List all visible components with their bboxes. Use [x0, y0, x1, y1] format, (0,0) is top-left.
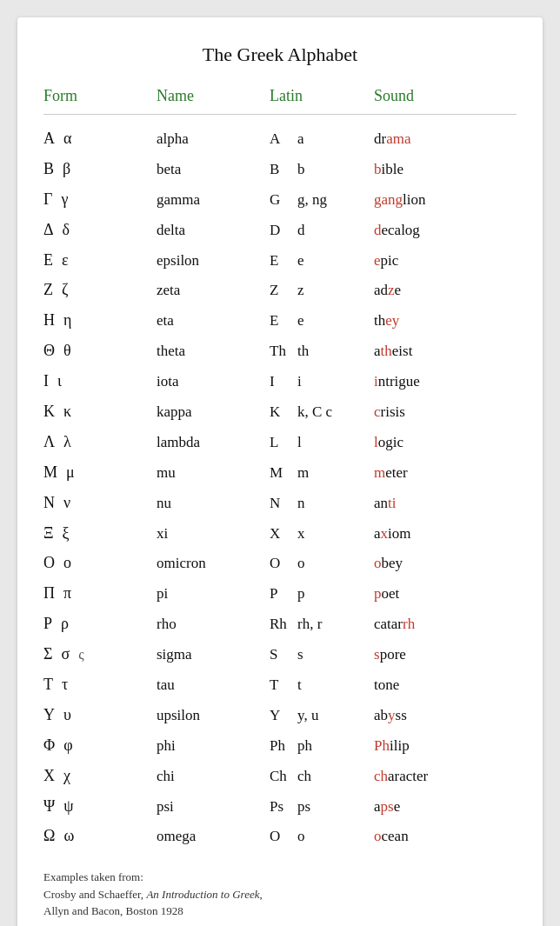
form-cell: Ξξ [43, 520, 157, 547]
uppercase-letter: Ψ [43, 793, 55, 820]
table-row: ΓγgammaGg, ngganglion [43, 184, 517, 215]
page-title: The Greek Alphabet [43, 43, 517, 66]
sound-cell: ocean [374, 824, 530, 849]
table-row: ΝνnuNnanti [43, 488, 517, 518]
latin-upper: Z [270, 278, 292, 303]
form-cell: Φφ [43, 732, 157, 759]
uppercase-letter: Γ [43, 186, 52, 213]
latin-lower: n [297, 491, 305, 516]
latin-upper: N [270, 491, 292, 516]
latin-upper: Th [270, 339, 292, 364]
table-row: ΙιiotaIiintrigue [43, 366, 517, 396]
latin-lower: p [297, 582, 305, 607]
footnote-line3: Allyn and Bacon, Boston 1928 [43, 903, 517, 920]
name-cell: tau [157, 673, 270, 698]
uppercase-letter: Υ [43, 702, 55, 729]
form-cell: Ζζ [43, 276, 157, 303]
name-cell: alpha [157, 127, 270, 152]
table-row: ΞξxiXxaxiom [43, 518, 517, 549]
lowercase-letter: λ [63, 429, 71, 456]
sound-part: ch [374, 768, 388, 784]
sound-part: Ph [374, 737, 390, 754]
lowercase-letter: ε [62, 247, 69, 274]
name-cell: iota [157, 370, 270, 395]
col-header-latin: Latin [270, 87, 374, 105]
table-row: ΚκkappaKk, C ccrisis [43, 396, 517, 427]
uppercase-letter: Λ [43, 429, 55, 456]
lowercase-letter: ζ [62, 276, 68, 303]
latin-cell: Gg, ng [270, 188, 374, 213]
name-cell: kappa [157, 400, 270, 425]
variant-letter: ς [78, 643, 83, 666]
latin-lower: ch [297, 764, 311, 789]
latin-upper: G [270, 188, 292, 213]
sound-part: th [374, 312, 385, 329]
latin-lower: rh, r [297, 612, 322, 637]
sound-cell: drama [374, 127, 530, 152]
uppercase-letter: Χ [43, 763, 55, 789]
lowercase-letter: η [63, 307, 71, 334]
sound-part: eist [392, 343, 413, 359]
header-divider [43, 114, 517, 115]
latin-upper: Ps [270, 795, 292, 820]
latin-cell: Kk, C c [270, 400, 374, 425]
table-row: ΗηetaEethey [43, 305, 517, 336]
lowercase-letter: μ [66, 459, 75, 486]
latin-cell: Aa [270, 127, 374, 152]
latin-cell: Tt [270, 673, 374, 698]
sound-part: a [374, 343, 381, 359]
lowercase-letter: ι [57, 368, 62, 395]
table-row: ΔδdeltaDddecalog [43, 215, 517, 245]
latin-lower: o [297, 824, 305, 849]
uppercase-letter: Α [43, 125, 55, 152]
sound-cell: poet [374, 582, 530, 607]
latin-lower: ps [297, 795, 310, 820]
latin-upper: S [270, 643, 292, 668]
sound-part: p [374, 585, 382, 602]
sound-cell: axiom [374, 522, 530, 547]
form-cell: Θθ [43, 337, 157, 364]
footnote-line1: Examples taken from: [43, 869, 517, 886]
latin-upper: D [270, 218, 292, 243]
form-cell: Μμ [43, 459, 157, 486]
sound-cell: anti [374, 491, 530, 516]
name-cell: chi [157, 764, 270, 789]
table-row: ΣσςsigmaSsspore [43, 639, 517, 670]
sound-part: ilip [390, 737, 410, 754]
uppercase-letter: Φ [43, 732, 55, 759]
sound-cell: abyss [374, 703, 530, 729]
sound-cell: meter [374, 461, 530, 486]
name-cell: theta [157, 339, 270, 364]
sound-part: bey [382, 555, 403, 571]
latin-upper: Ch [270, 764, 292, 789]
sound-part: gang [374, 191, 403, 208]
table-row: ΡρrhoRhrh, rcatarrh [43, 609, 517, 639]
sound-part: ama [386, 130, 410, 147]
lowercase-letter: ω [63, 823, 74, 849]
uppercase-letter: Σ [43, 641, 52, 668]
lowercase-letter: ο [63, 550, 71, 576]
latin-lower: s [297, 643, 303, 668]
table-row: ΘθthetaThthatheist [43, 336, 517, 366]
lowercase-letter: θ [63, 337, 71, 364]
latin-cell: Nn [270, 491, 374, 516]
form-cell: Ρρ [43, 610, 157, 637]
table-row: ΜμmuMmmeter [43, 457, 517, 488]
latin-cell: Chch [270, 764, 374, 789]
sound-cell: adze [374, 278, 530, 303]
name-cell: mu [157, 461, 270, 486]
sound-cell: tone [374, 673, 530, 698]
form-cell: Ιι [43, 368, 157, 395]
latin-lower: ph [297, 734, 312, 759]
uppercase-letter: Θ [43, 337, 55, 364]
form-cell: Ωω [43, 823, 157, 849]
latin-upper: I [270, 370, 292, 395]
sound-part: th [381, 343, 392, 359]
latin-lower: b [297, 157, 305, 183]
latin-cell: Ii [270, 370, 374, 395]
table-row: ΧχchiChchcharacter [43, 761, 517, 791]
table-row: ΨψpsiPspsapse [43, 791, 517, 822]
lowercase-letter: β [63, 156, 70, 183]
sound-cell: obey [374, 551, 530, 576]
name-cell: zeta [157, 278, 270, 303]
